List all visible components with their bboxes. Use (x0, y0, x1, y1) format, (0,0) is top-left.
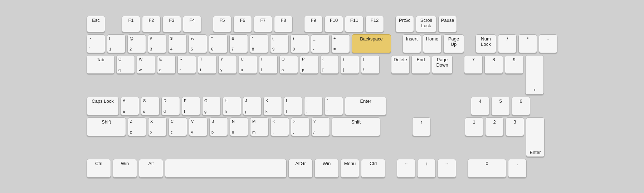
key-scrolllock[interactable]: ScrollLock (416, 16, 436, 32)
key-numpad-asterisk[interactable]: * (518, 34, 537, 53)
key-capslock[interactable]: Caps Lock (87, 97, 119, 115)
key-lshift[interactable]: Shift (87, 117, 126, 136)
key-c[interactable]: Cc (169, 117, 187, 136)
key-rwin[interactable]: Win (314, 159, 339, 178)
key-comma[interactable]: <, (270, 117, 289, 136)
key-m[interactable]: Mm (250, 117, 269, 136)
key-h[interactable]: Hh (223, 97, 241, 115)
key-prtsc[interactable]: PrtSc (395, 16, 414, 32)
key-f1[interactable]: F1 (122, 16, 140, 32)
key-numpad-3[interactable]: 3 (506, 117, 524, 136)
key-lwin[interactable]: Win (113, 159, 137, 178)
key-esc[interactable]: Esc (87, 16, 105, 32)
key-f12[interactable]: F12 (365, 16, 384, 32)
key-6[interactable]: ^6 (209, 34, 228, 53)
key-equals[interactable]: += (331, 34, 350, 53)
key-arrow-right[interactable]: → (438, 159, 456, 178)
key-8[interactable]: *8 (250, 34, 268, 53)
key-numpad-0[interactable]: 0 (468, 159, 506, 178)
key-enter[interactable]: Enter (345, 97, 386, 115)
key-rshift[interactable]: Shift (332, 117, 380, 136)
key-5[interactable]: %5 (189, 34, 207, 53)
key-n[interactable]: Nn (230, 117, 248, 136)
key-numpad-8[interactable]: 8 (484, 55, 503, 74)
key-numpad-7[interactable]: 7 (464, 55, 483, 74)
key-f8[interactable]: F8 (274, 16, 293, 32)
key-0[interactable]: )0 (291, 34, 309, 53)
key-f[interactable]: Ff (182, 97, 200, 115)
key-i[interactable]: Ii (259, 55, 278, 74)
key-arrow-left[interactable]: ← (397, 159, 415, 178)
key-semicolon[interactable]: :; (304, 97, 323, 115)
key-f9[interactable]: F9 (304, 16, 323, 32)
key-p[interactable]: Pp (300, 55, 318, 74)
key-4[interactable]: $4 (168, 34, 187, 53)
key-b[interactable]: Bb (209, 117, 228, 136)
key-f6[interactable]: F6 (233, 16, 252, 32)
key-arrow-up[interactable]: ↑ (412, 117, 431, 136)
key-2[interactable]: @2 (127, 34, 146, 53)
key-end[interactable]: End (411, 55, 430, 74)
key-o[interactable]: Oo (279, 55, 298, 74)
key-f11[interactable]: F11 (345, 16, 364, 32)
key-9[interactable]: (9 (270, 34, 289, 53)
key-numpad-9[interactable]: 9 (505, 55, 523, 74)
key-f5[interactable]: F5 (213, 16, 231, 32)
key-s[interactable]: Ss (141, 97, 160, 115)
key-numpad-4[interactable]: 4 (471, 97, 489, 115)
key-tilde[interactable]: ~` (87, 34, 105, 53)
key-v[interactable]: Vv (189, 117, 208, 136)
key-tab[interactable]: Tab (87, 55, 114, 74)
key-numpad-slash[interactable]: / (498, 34, 517, 53)
key-t[interactable]: Tt (198, 55, 216, 74)
key-numpad-5[interactable]: 5 (491, 97, 510, 115)
key-lbracket[interactable]: {[ (320, 55, 339, 74)
key-f10[interactable]: F10 (325, 16, 343, 32)
key-pageup[interactable]: PageUp (443, 34, 464, 53)
key-pagedown[interactable]: PageDown (432, 55, 453, 74)
key-space[interactable] (165, 159, 287, 178)
key-l[interactable]: Ll (284, 97, 302, 115)
key-u[interactable]: Uu (239, 55, 257, 74)
key-w[interactable]: Ww (137, 55, 155, 74)
key-a[interactable]: Aa (121, 97, 139, 115)
key-rbracket[interactable]: }] (341, 55, 359, 74)
key-arrow-down[interactable]: ↓ (417, 159, 436, 178)
key-numpad-6[interactable]: 6 (512, 97, 530, 115)
key-k[interactable]: Kk (263, 97, 282, 115)
key-x[interactable]: Xx (148, 117, 167, 136)
key-7[interactable]: &7 (229, 34, 248, 53)
key-f3[interactable]: F3 (162, 16, 181, 32)
key-home[interactable]: Home (423, 34, 441, 53)
key-numpad-2[interactable]: 2 (485, 117, 504, 136)
key-numpad-1[interactable]: 1 (465, 117, 483, 136)
key-minus[interactable]: _- (311, 34, 330, 53)
key-rctrl[interactable]: Ctrl (361, 159, 385, 178)
key-z[interactable]: Zz (128, 117, 146, 136)
key-altgr[interactable]: AltGr (288, 159, 313, 178)
key-e[interactable]: Ee (157, 55, 176, 74)
key-numpad-plus[interactable]: + (525, 55, 544, 95)
key-f2[interactable]: F2 (142, 16, 161, 32)
key-quote[interactable]: "' (325, 97, 343, 115)
key-insert[interactable]: Insert (402, 34, 421, 53)
key-j[interactable]: Jj (243, 97, 262, 115)
key-numpad-minus[interactable]: - (539, 34, 557, 53)
key-g[interactable]: Gg (202, 97, 221, 115)
key-f7[interactable]: F7 (254, 16, 272, 32)
key-f4[interactable]: F4 (183, 16, 201, 32)
key-d[interactable]: Dd (161, 97, 180, 115)
key-backslash[interactable]: |\ (361, 55, 380, 74)
key-lctrl[interactable]: Ctrl (87, 159, 111, 178)
key-lalt[interactable]: Alt (139, 159, 163, 178)
key-numpad-decimal[interactable]: . (508, 159, 527, 178)
key-backspace[interactable]: Backspace (352, 34, 391, 53)
key-slash[interactable]: ?/ (311, 117, 330, 136)
key-y[interactable]: Yy (218, 55, 237, 74)
key-numpad-enter[interactable]: Enter (526, 117, 545, 157)
key-numlock[interactable]: NumLock (475, 34, 496, 53)
key-pause[interactable]: Pause (438, 16, 457, 32)
key-menu[interactable]: Menu (341, 159, 359, 178)
key-period[interactable]: >. (291, 117, 309, 136)
key-delete[interactable]: Delete (391, 55, 410, 74)
